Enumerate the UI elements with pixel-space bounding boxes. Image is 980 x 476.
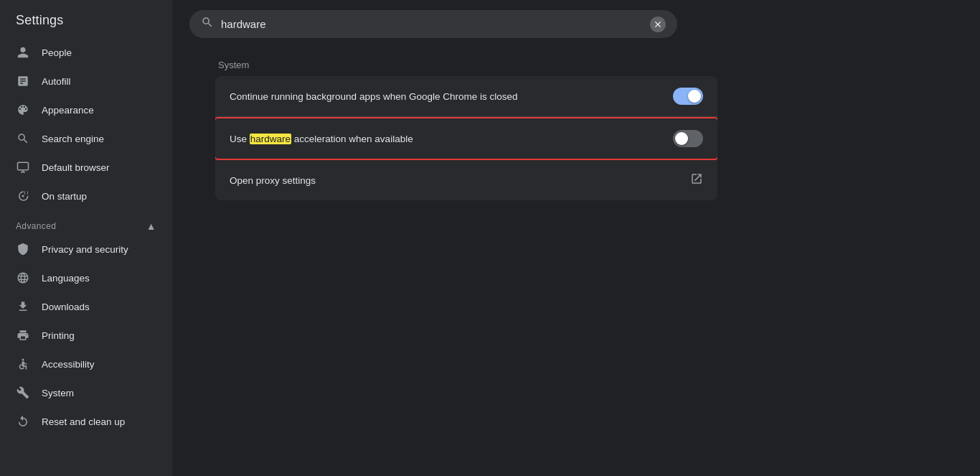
- toggle-knob-off: [675, 132, 688, 145]
- settings-card: Continue running background apps when Go…: [215, 76, 717, 200]
- sidebar-item-printing-label: Printing: [42, 330, 75, 341]
- sidebar-item-reset-cleanup[interactable]: Reset and clean up: [0, 407, 166, 436]
- sidebar-item-printing[interactable]: Printing: [0, 321, 166, 350]
- sidebar-item-languages[interactable]: Languages: [0, 263, 166, 292]
- settings-row-hardware-acceleration: Use hardware acceleration when available: [215, 117, 717, 160]
- sidebar-item-autofill[interactable]: Autofill: [0, 67, 166, 95]
- sidebar-item-search-engine[interactable]: Search engine: [0, 124, 166, 153]
- hardware-highlight: hardware: [250, 134, 291, 144]
- external-link-icon: [690, 172, 703, 189]
- appearance-icon: [16, 103, 30, 117]
- hardware-acceleration-toggle[interactable]: [673, 130, 703, 147]
- sidebar-item-default-browser[interactable]: Default browser: [0, 153, 166, 182]
- printing-icon: [16, 328, 30, 342]
- sidebar: Settings People Autofill Appearance Sear…: [0, 0, 172, 476]
- search-input[interactable]: [221, 18, 643, 30]
- proxy-settings-label: Open proxy settings: [230, 175, 690, 186]
- sidebar-item-people-label: People: [42, 47, 72, 58]
- main-content: System Continue running background apps …: [172, 0, 980, 476]
- sidebar-item-downloads[interactable]: Downloads: [0, 292, 166, 321]
- background-apps-toggle[interactable]: [673, 88, 703, 105]
- people-icon: [16, 45, 30, 60]
- sidebar-item-accessibility-label: Accessibility: [42, 359, 95, 370]
- privacy-security-icon: [16, 242, 30, 256]
- sidebar-item-reset-cleanup-label: Reset and clean up: [42, 416, 125, 427]
- toggle-slider-off: [673, 130, 703, 147]
- sidebar-item-autofill-label: Autofill: [42, 76, 71, 87]
- sidebar-item-appearance[interactable]: Appearance: [0, 95, 166, 124]
- settings-row-background-apps: Continue running background apps when Go…: [215, 76, 717, 117]
- accessibility-icon: [16, 357, 30, 371]
- sidebar-item-languages-label: Languages: [42, 273, 90, 284]
- sidebar-item-on-startup-label: On startup: [42, 191, 87, 202]
- sidebar-item-people[interactable]: People: [0, 38, 166, 67]
- search-bar-wrap: [172, 0, 980, 45]
- toggle-slider-on: [673, 88, 703, 105]
- svg-point-2: [22, 359, 24, 361]
- sidebar-item-system[interactable]: System: [0, 378, 166, 407]
- svg-point-1: [22, 195, 24, 197]
- advanced-section-label: Advanced: [16, 221, 56, 231]
- sidebar-item-privacy-security-label: Privacy and security: [42, 244, 128, 255]
- default-browser-icon: [16, 160, 30, 174]
- on-startup-icon: [16, 189, 30, 203]
- sidebar-item-appearance-label: Appearance: [42, 105, 94, 116]
- hardware-acceleration-label-after: acceleration when available: [291, 134, 413, 144]
- settings-row-proxy[interactable]: Open proxy settings: [215, 160, 717, 200]
- reset-cleanup-icon: [16, 414, 30, 429]
- sidebar-item-privacy-security[interactable]: Privacy and security: [0, 235, 166, 263]
- advanced-chevron-icon[interactable]: ▲: [146, 220, 156, 232]
- search-engine-icon: [16, 131, 30, 146]
- sidebar-item-default-browser-label: Default browser: [42, 162, 110, 173]
- languages-icon: [16, 271, 30, 285]
- hardware-acceleration-label: Use hardware acceleration when available: [230, 134, 673, 144]
- search-bar: [189, 10, 677, 38]
- advanced-section: Advanced ▲: [0, 210, 172, 235]
- toggle-knob: [688, 90, 701, 103]
- section-title: System: [215, 60, 937, 70]
- content-area: System Continue running background apps …: [172, 45, 980, 215]
- app-title: Settings: [0, 0, 172, 38]
- clear-search-button[interactable]: [650, 17, 666, 32]
- sidebar-item-on-startup[interactable]: On startup: [0, 182, 166, 210]
- sidebar-item-downloads-label: Downloads: [42, 302, 90, 312]
- search-icon: [201, 16, 214, 32]
- sidebar-item-accessibility[interactable]: Accessibility: [0, 350, 166, 378]
- sidebar-item-system-label: System: [42, 388, 74, 398]
- background-apps-label: Continue running background apps when Go…: [230, 91, 673, 102]
- sidebar-item-search-engine-label: Search engine: [42, 134, 104, 144]
- system-icon: [16, 386, 30, 400]
- svg-rect-0: [18, 162, 29, 170]
- downloads-icon: [16, 299, 30, 314]
- hardware-acceleration-label-before: Use: [230, 134, 250, 144]
- autofill-icon: [16, 74, 30, 88]
